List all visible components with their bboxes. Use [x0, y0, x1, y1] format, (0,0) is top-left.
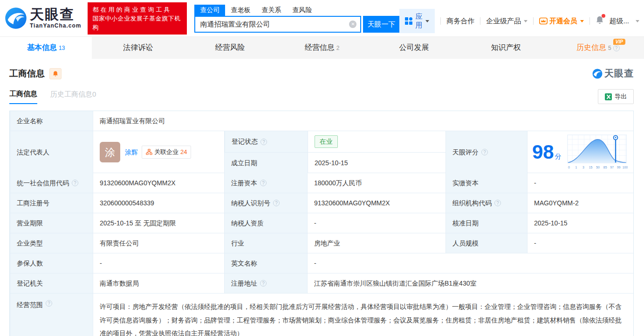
reg-status-cell: 在业: [308, 131, 446, 152]
search-input[interactable]: [194, 16, 361, 33]
field-value: -: [307, 213, 445, 233]
help-icon[interactable]: [273, 200, 280, 206]
apps-menu-button[interactable]: 应用: [399, 9, 435, 33]
export-button[interactable]: 导出: [598, 89, 634, 104]
svg-text:100: 100: [622, 166, 628, 169]
chart-x-ticks: 0 1 3 15 50 85 97 99 100: [568, 166, 628, 169]
help-icon[interactable]: [613, 45, 620, 51]
table-row: 经营范围 许可项目：房地产开发经营（依法须经批准的项目，经相关部门批准后方可开展…: [10, 294, 633, 336]
tianyancha-logo[interactable]: 天眼查 TianYanCha.com: [4, 6, 81, 30]
tab-operation-risk[interactable]: 经营风险: [184, 37, 276, 59]
field-label: 经营范围: [10, 294, 93, 336]
field-label: 企业名称: [10, 111, 93, 131]
svg-text:15: 15: [589, 166, 592, 169]
legal-rep-cell: 涂 涂辉 关联企业 24: [93, 131, 224, 173]
field-value: -: [527, 173, 632, 193]
menu-enterprise-products[interactable]: 企业级产品: [486, 17, 528, 26]
field-label: 注册地址: [224, 273, 307, 293]
tab-legal-lawsuits[interactable]: 法律诉讼: [92, 37, 184, 59]
tab-operation-info[interactable]: 经营信息 2: [276, 37, 368, 59]
related-companies-badge[interactable]: 关联企业 24: [142, 146, 191, 159]
field-label: 行业: [224, 233, 307, 253]
tab-history-info[interactable]: VIP 历史信息 5: [552, 37, 644, 59]
score-distribution-chart: 0 1 3 15 50 85 97 99 100: [566, 133, 628, 171]
search-tab-boss[interactable]: 查老板: [225, 5, 256, 16]
table-row: 企业类型 有限责任公司 行业 房地产业 人员规模 -: [10, 233, 633, 253]
chevron-down-icon: [524, 20, 528, 22]
logo-swirl-icon: [4, 6, 28, 30]
establish-date-value: 2025-10-15: [308, 152, 446, 173]
field-value: -: [93, 253, 224, 273]
field-label: 实缴资本: [445, 173, 527, 193]
subtab-row: 工商信息 历史工商信息0 导出: [0, 80, 644, 104]
tab-count: 2: [336, 45, 340, 51]
logo-swirl-icon: [592, 68, 603, 79]
help-icon[interactable]: [260, 180, 267, 186]
field-value: -: [527, 233, 632, 253]
field-value: 180000万人民币: [307, 173, 445, 193]
svg-text:50: 50: [596, 166, 600, 169]
field-label: 法定代表人: [10, 131, 93, 173]
tab-intellectual-property[interactable]: 知识产权: [460, 37, 552, 59]
tianyancha-watermark: 天眼查: [592, 67, 634, 80]
table-row: 参保人数 - 英文名称 -: [10, 253, 633, 273]
field-value: 91320600MAG0YQMM2X: [307, 193, 445, 213]
help-icon[interactable]: [260, 139, 267, 145]
search-button[interactable]: 天眼一下: [363, 16, 399, 33]
field-label: 参保人数: [10, 253, 93, 273]
help-icon[interactable]: [46, 300, 52, 307]
table-row: 营业期限 2025-10-15 至 无固定期限 纳税人资质 - 核准日期 202…: [10, 213, 633, 233]
vip-badge: VIP: [613, 39, 625, 45]
svg-text:85: 85: [603, 166, 607, 169]
svg-text:97: 97: [610, 166, 614, 169]
company-name-value: 南通招瑞置业有限公司: [93, 111, 632, 131]
header-menu: 应用 商务合作 企业级产品 开通会员: [399, 9, 639, 33]
monitor-bell-button[interactable]: [49, 68, 62, 79]
company-nav-tabs: 基本信息 13 法律诉讼 经营风险 经营信息 2 公司发展 知识产权 VIP 历…: [0, 36, 644, 59]
avatar[interactable]: 涂: [100, 142, 120, 162]
legal-rep-link[interactable]: 涂辉: [125, 147, 138, 157]
field-label: 登记状态: [225, 131, 308, 152]
notification-dot: [602, 14, 605, 18]
help-icon[interactable]: [260, 280, 267, 287]
field-value: 91320600MAG0YQMM2X: [93, 173, 224, 193]
field-label: 企业类型: [10, 233, 93, 253]
field-label: 组织机构代码: [445, 193, 527, 213]
search-tab-company[interactable]: 查公司: [194, 5, 225, 16]
open-vip-button[interactable]: 开通会员: [539, 17, 584, 26]
top-header: 天眼查 TianYanCha.com 都在用的商业查询工具 国家中小企业发展子基…: [0, 0, 644, 36]
tab-basic-info[interactable]: 基本信息 13: [0, 37, 92, 59]
crown-icon: [539, 17, 548, 25]
table-row: 工商注册号 320600000548339 纳税人识别号 91320600MAG…: [10, 193, 633, 213]
chevron-down-icon: [636, 20, 639, 22]
help-icon[interactable]: [72, 180, 78, 186]
field-label: 营业期限: [10, 213, 93, 233]
field-value: 南通市数据局: [93, 273, 224, 293]
help-icon[interactable]: [494, 200, 501, 206]
svg-text:0: 0: [568, 166, 570, 169]
search-tab-risk[interactable]: 查风险: [287, 5, 317, 16]
svg-text:99: 99: [617, 166, 621, 169]
org-chart-icon: [146, 149, 152, 155]
search-area: 查公司 查老板 查关系 查风险 天眼一下: [194, 4, 399, 33]
tab-count: 5: [608, 45, 611, 51]
score-cell[interactable]: 98 分 0 1: [527, 131, 632, 173]
svg-text:1: 1: [575, 166, 577, 169]
subtab-history-business-info[interactable]: 历史工商信息0: [50, 90, 96, 104]
field-value: 320600000548339: [93, 193, 224, 213]
field-label: 英文名称: [224, 253, 307, 273]
search-tab-relation[interactable]: 查关系: [256, 5, 287, 16]
notifications-bell-button[interactable]: [595, 15, 604, 27]
subtab-business-info[interactable]: 工商信息: [9, 90, 37, 104]
field-value: -: [307, 253, 632, 273]
tab-company-development[interactable]: 公司发展: [368, 37, 460, 59]
menu-business-coop[interactable]: 商务合作: [446, 17, 474, 26]
field-label: 工商注册号: [10, 193, 93, 213]
user-account-menu[interactable]: 超级...: [609, 17, 639, 26]
score-unit: 分: [555, 152, 562, 161]
field-label: 注册资本: [224, 173, 307, 193]
help-icon[interactable]: [481, 149, 488, 155]
business-scope-value: 许可项目：房地产开发经营（依法须经批准的项目，经相关部门批准后方可开展经营活动，…: [93, 294, 632, 336]
field-label: 纳税人识别号: [224, 193, 307, 213]
search-tabs: 查公司 查老板 查关系 查风险: [194, 4, 399, 16]
